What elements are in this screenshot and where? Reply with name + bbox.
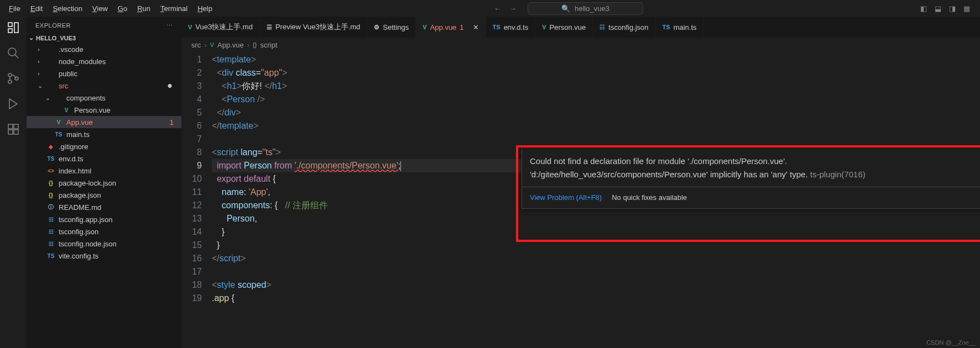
tab-App-vue[interactable]: VApp.vue1✕ bbox=[416, 17, 486, 38]
breadcrumb-src[interactable]: src bbox=[191, 41, 201, 49]
tab-icon: V bbox=[188, 24, 192, 30]
file-icon: {} bbox=[46, 180, 55, 186]
svg-point-1 bbox=[8, 73, 12, 77]
breadcrumb-script[interactable]: script bbox=[260, 41, 277, 49]
project-name: HELLO_VUE3 bbox=[36, 35, 76, 41]
tree-item-components[interactable]: ⌄components bbox=[27, 92, 181, 104]
layout-icon[interactable]: ▦ bbox=[963, 4, 970, 13]
search-icon: 🔍 bbox=[561, 4, 570, 13]
svg-point-2 bbox=[8, 80, 12, 83]
line-gutter: 12345678910111213141516171819 bbox=[181, 52, 212, 348]
file-icon: ☷ bbox=[46, 229, 55, 235]
error-hover: Could not find a declaration file for mo… bbox=[522, 149, 980, 209]
svg-rect-7 bbox=[14, 124, 18, 129]
panel-left-icon[interactable]: ◧ bbox=[920, 4, 927, 13]
svg-rect-4 bbox=[8, 124, 13, 129]
editor-tabs: VVue3快速上手.md☰Preview Vue3快速上手.md⚙Setting… bbox=[181, 17, 980, 38]
tab-icon: TS bbox=[663, 24, 670, 30]
tree-item-src[interactable]: ⌄src● bbox=[27, 80, 181, 92]
svg-rect-5 bbox=[8, 130, 13, 134]
menu-selection[interactable]: Selection bbox=[48, 2, 86, 15]
code-editor[interactable]: 12345678910111213141516171819 <template>… bbox=[181, 52, 980, 348]
debug-icon[interactable] bbox=[7, 97, 20, 110]
editor-area: VVue3快速上手.md☰Preview Vue3快速上手.md⚙Setting… bbox=[181, 17, 980, 348]
breadcrumbs[interactable]: src›VApp.vue›{}script bbox=[181, 38, 980, 52]
no-quickfix-text: No quick fixes available bbox=[612, 191, 687, 204]
tree-item-main-ts[interactable]: TSmain.ts bbox=[27, 128, 181, 140]
tab-Vue3快速上手-md[interactable]: VVue3快速上手.md bbox=[181, 17, 260, 38]
tree-item-tsconfig-node-json[interactable]: ☷tsconfig.node.json bbox=[27, 238, 181, 250]
tree-item-tsconfig-json[interactable]: ☷tsconfig.json bbox=[27, 225, 181, 238]
tree-item--gitignore[interactable]: ◆.gitignore bbox=[27, 140, 181, 152]
menu-help[interactable]: Help bbox=[193, 2, 217, 15]
file-icon: TS bbox=[54, 131, 63, 138]
file-icon: V bbox=[62, 107, 71, 113]
hover-msg-1: Could not find a declaration file for mo… bbox=[530, 156, 787, 166]
tab-env-d-ts[interactable]: TSenv.d.ts bbox=[486, 17, 536, 38]
file-icon: <> bbox=[46, 168, 55, 174]
nav-arrows: ← → bbox=[494, 4, 517, 13]
view-problem-link[interactable]: View Problem (Alt+F8) bbox=[530, 191, 602, 204]
menubar: FileEditSelectionViewGoRunTerminalHelp ←… bbox=[0, 0, 980, 17]
command-center[interactable]: 🔍 hello_vue3 bbox=[528, 2, 643, 15]
tab-tsconfig-json[interactable]: ☷tsconfig.json bbox=[593, 17, 655, 38]
explorer-icon[interactable] bbox=[7, 21, 20, 34]
more-icon[interactable]: ⋯ bbox=[166, 22, 173, 29]
svg-rect-6 bbox=[14, 130, 18, 134]
file-icon: {} bbox=[46, 192, 55, 198]
menu-file[interactable]: File bbox=[4, 2, 25, 15]
layout-controls: ◧ ⬓ ◨ ▦ bbox=[920, 4, 976, 13]
file-tree: ›.vscode›node_modules›public⌄src●⌄compon… bbox=[27, 43, 181, 348]
menu-go[interactable]: Go bbox=[113, 2, 132, 15]
tree-item-Person-vue[interactable]: VPerson.vue bbox=[27, 104, 181, 116]
tab-icon: ⚙ bbox=[374, 24, 379, 31]
file-icon: ◆ bbox=[46, 144, 55, 150]
tab-Person-vue[interactable]: VPerson.vue bbox=[535, 17, 593, 38]
breadcrumb-App.vue[interactable]: App.vue bbox=[217, 41, 244, 49]
file-icon: TS bbox=[46, 156, 55, 162]
menu-terminal[interactable]: Terminal bbox=[156, 2, 192, 15]
close-icon[interactable]: ✕ bbox=[473, 23, 479, 31]
tree-item-README-md[interactable]: ⓘREADME.md bbox=[27, 201, 181, 213]
tree-item-package-json[interactable]: {}package.json bbox=[27, 189, 181, 201]
tab-icon: TS bbox=[493, 24, 501, 30]
activity-bar bbox=[0, 17, 27, 348]
menu-run[interactable]: Run bbox=[133, 2, 155, 15]
file-icon: V bbox=[54, 119, 63, 125]
panel-bottom-icon[interactable]: ⬓ bbox=[935, 4, 941, 13]
tab-main-ts[interactable]: TSmain.ts bbox=[656, 17, 704, 38]
tree-item-vite-config-ts[interactable]: TSvite.config.ts bbox=[27, 250, 181, 262]
hover-msg-2a: 'd:/gitee/hello_vue3/src/components/Pers… bbox=[530, 170, 808, 179]
tree-item-App-vue[interactable]: VApp.vue1 bbox=[27, 116, 181, 128]
menu-view[interactable]: View bbox=[88, 2, 112, 15]
tab-icon: ☰ bbox=[267, 24, 272, 31]
explorer-sidebar: EXPLORER ⋯ ⌄ HELLO_VUE3 ›.vscode›node_mo… bbox=[27, 17, 181, 348]
tab-icon: V bbox=[423, 24, 426, 30]
tree-item-package-lock-json[interactable]: {}package-lock.json bbox=[27, 177, 181, 189]
file-icon: ☷ bbox=[46, 217, 55, 223]
scm-icon[interactable] bbox=[7, 72, 20, 85]
file-icon: ☷ bbox=[46, 241, 55, 247]
explorer-title: EXPLORER bbox=[35, 22, 71, 29]
panel-right-icon[interactable]: ◨ bbox=[949, 4, 956, 13]
project-header[interactable]: ⌄ HELLO_VUE3 bbox=[27, 33, 181, 43]
menu-edit[interactable]: Edit bbox=[26, 2, 47, 15]
tree-item-public[interactable]: ›public bbox=[27, 67, 181, 80]
watermark: CSDN @__Zoe__ bbox=[926, 339, 976, 346]
tree-item--vscode[interactable]: ›.vscode bbox=[27, 43, 181, 55]
tree-item-index-html[interactable]: <>index.html bbox=[27, 165, 181, 177]
extensions-icon[interactable] bbox=[7, 123, 20, 136]
tree-item-tsconfig-app-json[interactable]: ☷tsconfig.app.json bbox=[27, 213, 181, 225]
tree-item-node_modules[interactable]: ›node_modules bbox=[27, 55, 181, 67]
svg-point-0 bbox=[8, 48, 16, 56]
nav-fwd-icon[interactable]: → bbox=[509, 4, 517, 13]
nav-back-icon[interactable]: ← bbox=[494, 4, 501, 13]
tree-item-env-d-ts[interactable]: TSenv.d.ts bbox=[27, 152, 181, 165]
tab-icon: ☷ bbox=[600, 24, 605, 31]
tab-Preview-Vue3快速上手-md[interactable]: ☰Preview Vue3快速上手.md bbox=[260, 17, 367, 38]
tab-Settings[interactable]: ⚙Settings bbox=[367, 17, 416, 38]
tab-icon: V bbox=[542, 24, 546, 30]
search-activity-icon[interactable] bbox=[7, 46, 20, 60]
search-text: hello_vue3 bbox=[575, 4, 609, 13]
file-icon: TS bbox=[46, 253, 55, 259]
